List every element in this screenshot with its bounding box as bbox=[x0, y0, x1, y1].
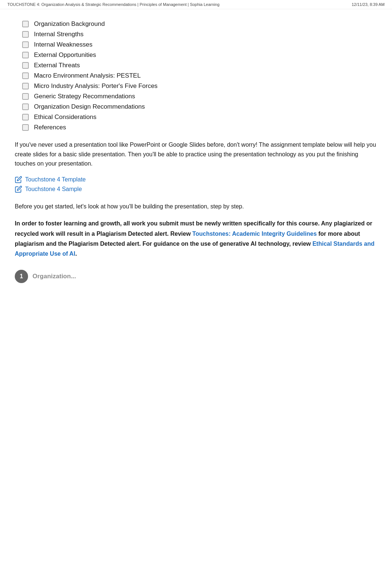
checklist-item-label: External Threats bbox=[34, 62, 80, 69]
browser-title: TOUCHSTONE 4: Organization Analysis & St… bbox=[7, 2, 220, 7]
checklist-item-label: Internal Weaknesses bbox=[34, 41, 92, 48]
checklist-item-label: Organization Design Recommendations bbox=[34, 103, 145, 110]
checklist-item: External Opportunities bbox=[22, 51, 377, 59]
checklist-item-label: Macro Environment Analysis: PESTEL bbox=[34, 72, 141, 79]
sample-link[interactable]: Touchstone 4 Sample bbox=[15, 186, 377, 193]
checklist-item: External Threats bbox=[22, 62, 377, 69]
checklist: Organization BackgroundInternal Strength… bbox=[22, 20, 377, 131]
checklist-item: Internal Weaknesses bbox=[22, 41, 377, 48]
template-link-label: Touchstone 4 Template bbox=[25, 176, 86, 183]
template-link[interactable]: Touchstone 4 Template bbox=[15, 176, 377, 183]
checkbox[interactable] bbox=[22, 93, 29, 100]
checkbox[interactable] bbox=[22, 41, 29, 48]
sample-link-label: Touchstone 4 Sample bbox=[25, 186, 82, 193]
checkbox[interactable] bbox=[22, 124, 29, 131]
checklist-item-label: Ethical Considerations bbox=[34, 113, 96, 121]
academic-integrity-link[interactable]: Touchstones: Academic Integrity Guidelin… bbox=[192, 231, 317, 237]
checklist-item: Generic Strategy Recommendations bbox=[22, 93, 377, 100]
section-number-badge: 1 bbox=[15, 270, 28, 283]
checkbox[interactable] bbox=[22, 103, 29, 110]
links-section: Touchstone 4 Template Touchstone 4 Sampl… bbox=[15, 176, 377, 193]
checklist-item: Ethical Considerations bbox=[22, 113, 377, 121]
section-title: Organization... bbox=[32, 273, 76, 280]
checklist-item: Macro Environment Analysis: PESTEL bbox=[22, 72, 377, 79]
checkbox[interactable] bbox=[22, 72, 29, 79]
warning-text-end: . bbox=[75, 251, 77, 257]
before-text: Before you get started, let's look at ho… bbox=[15, 202, 377, 211]
checklist-item-label: External Opportunities bbox=[34, 51, 96, 59]
warning-paragraph: In order to foster learning and growth, … bbox=[15, 218, 377, 259]
checklist-item: Micro Industry Analysis: Porter's Five F… bbox=[22, 82, 377, 90]
checkbox[interactable] bbox=[22, 83, 29, 89]
checkbox[interactable] bbox=[22, 114, 29, 120]
checklist-item: Organization Design Recommendations bbox=[22, 103, 377, 110]
checkbox[interactable] bbox=[22, 21, 29, 27]
pencil-icon-template bbox=[15, 176, 22, 183]
browser-datetime: 12/11/23, 8:39 AM bbox=[352, 2, 385, 7]
intro-paragraph: If you've never used a presentation tool… bbox=[15, 140, 377, 169]
pencil-icon-sample bbox=[15, 186, 22, 193]
checkbox[interactable] bbox=[22, 62, 29, 69]
checklist-item-label: Organization Background bbox=[34, 20, 105, 28]
checkbox[interactable] bbox=[22, 52, 29, 58]
checklist-item: Internal Strengths bbox=[22, 31, 377, 38]
section-1: 1 Organization... bbox=[15, 270, 377, 283]
checkbox[interactable] bbox=[22, 31, 29, 38]
checklist-item-label: References bbox=[34, 124, 66, 131]
checklist-item: Organization Background bbox=[22, 20, 377, 28]
checklist-item-label: Generic Strategy Recommendations bbox=[34, 93, 135, 100]
checklist-item: References bbox=[22, 124, 377, 131]
checklist-item-label: Internal Strengths bbox=[34, 31, 83, 38]
checklist-item-label: Micro Industry Analysis: Porter's Five F… bbox=[34, 82, 158, 90]
